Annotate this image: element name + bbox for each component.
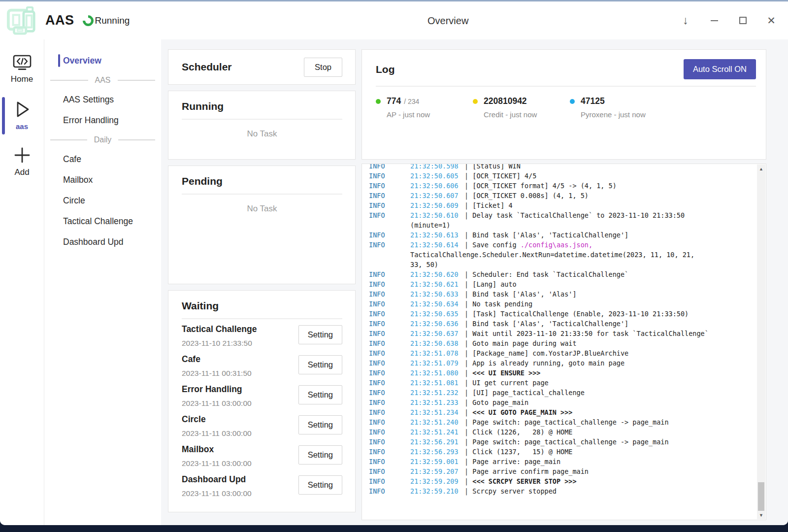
log-message: [OCR_TICKET format] 4/5 -> (4, 1, 5)	[472, 182, 617, 190]
log-message: Bind task ['Alas', 'Alas']	[472, 290, 576, 298]
log-line: INFO21:32:50.633| Bind task ['Alas', 'Al…	[369, 289, 751, 299]
nav-item-aas-settings[interactable]: AAS Settings	[44, 89, 161, 110]
divider	[182, 119, 342, 120]
log-message: <<< UI GOTO PAGE_MAIN >>>	[472, 408, 572, 416]
log-message: Save config	[472, 241, 521, 249]
nav-item-error-handling[interactable]: Error Handling	[44, 110, 161, 131]
code-monitor-icon	[12, 54, 32, 71]
log-line: INFO21:32:50.605| [OCR_TICKET] 4/5	[369, 171, 751, 181]
task-name: Tactical Challenge	[182, 324, 257, 334]
log-message: Click (1226, 28) @ HOME	[472, 428, 572, 436]
log-scrollbar[interactable]: ▲ ▼	[757, 165, 765, 519]
log-level: INFO	[369, 437, 410, 447]
log-separator: |	[464, 182, 472, 190]
log-message: Page switch: page_tactical_challenge -> …	[472, 438, 668, 446]
setting-button[interactable]: Setting	[298, 355, 342, 374]
nav-item-overview[interactable]: Overview	[44, 50, 161, 71]
log-timestamp: 21:32:50.605	[410, 171, 464, 181]
setting-button[interactable]: Setting	[298, 445, 342, 465]
scrollbar-thumb[interactable]	[758, 482, 764, 511]
log-message: [Lang] auto	[472, 280, 516, 288]
stat-label: AP - just now	[387, 110, 473, 119]
nav-item-label: AAS Settings	[63, 95, 114, 105]
log-message: <<< UI ENSURE >>>	[472, 369, 540, 377]
nav-section-aas: AAS	[44, 71, 161, 89]
log-line: INFO21:32:50.598| [Status] WIN	[369, 164, 751, 171]
log-level: INFO	[369, 338, 410, 348]
running-empty-text: No Task	[182, 129, 342, 139]
nav-item-circle[interactable]: Circle	[44, 190, 161, 211]
pending-title: Pending	[182, 175, 342, 187]
app-logo-icon	[6, 5, 37, 36]
log-line: INFO21:32:50.637| Wait until 2023-11-10 …	[369, 329, 751, 338]
nav-item-tactical-challenge[interactable]: Tactical Challenge	[44, 211, 161, 232]
log-level: INFO	[369, 368, 410, 378]
task-name: Mailbox	[182, 444, 252, 455]
rail-item-aas[interactable]: aas	[0, 96, 44, 135]
task-next-run: 2023-11-10 21:33:50	[182, 339, 257, 348]
log-message: [Ticket] 4	[472, 201, 512, 209]
rail-item-home[interactable]: Home	[0, 50, 44, 89]
auto-scroll-button[interactable]: Auto Scroll ON	[684, 59, 756, 79]
log-message: App is already running, goto main page	[472, 359, 624, 367]
rail-item-add[interactable]: Add	[0, 142, 44, 182]
log-message: Goto page_main	[472, 399, 528, 406]
log-level: INFO	[369, 417, 410, 427]
setting-button[interactable]: Setting	[298, 475, 342, 495]
log-timestamp: 21:32:50.606	[410, 181, 464, 191]
scroll-up-icon[interactable]: ▲	[757, 165, 765, 173]
log-timestamp: 21:32:59.207	[410, 466, 464, 476]
status-dot-icon	[473, 99, 478, 104]
titlebar: AAS Running Overview ↓ ✕	[0, 1, 788, 39]
log-line: INFO21:32:50.606| [OCR_TICKET format] 4/…	[369, 181, 751, 191]
waiting-task-row: Circle2023-11-11 03:00:00Setting	[182, 409, 342, 439]
pending-panel: Pending No Task	[168, 166, 356, 284]
page-title: Overview	[427, 15, 468, 26]
log-separator: |	[464, 192, 472, 200]
log-message: No task pending	[472, 300, 532, 308]
log-separator: |	[464, 172, 472, 180]
stop-button[interactable]: Stop	[304, 58, 342, 77]
log-timestamp: 21:32:59.209	[410, 476, 464, 486]
log-timestamp: 21:32:50.598	[410, 164, 464, 171]
nav-item-cafe[interactable]: Cafe	[44, 149, 161, 169]
log-message: Click (1237, 15) @ HOME	[472, 448, 572, 456]
log-message: <<< SCRCPY SERVER STOP >>>	[472, 477, 576, 485]
log-line: INFO21:32:56.291| Page switch: page_tact…	[369, 437, 751, 447]
log-line: INFO21:32:56.293| Click (1237, 15) @ HOM…	[369, 447, 751, 457]
log-separator: |	[464, 408, 472, 416]
active-indicator	[2, 97, 5, 134]
log-timestamp: 21:32:51.080	[410, 368, 464, 378]
log-level: INFO	[369, 466, 410, 476]
log-level: INFO	[369, 171, 410, 181]
log-timestamp: 21:32:50.607	[410, 191, 464, 200]
nav-item-dashboard-upd[interactable]: Dashboard Upd	[44, 232, 161, 252]
divider-line	[118, 80, 156, 81]
setting-button[interactable]: Setting	[298, 385, 342, 404]
stat-top: 774/ 234	[376, 96, 473, 106]
scroll-down-icon[interactable]: ▼	[757, 511, 765, 519]
window-controls: ↓ ✕	[680, 15, 777, 27]
setting-button[interactable]: Setting	[298, 325, 342, 344]
maximize-icon[interactable]	[737, 15, 749, 27]
log-level: INFO	[369, 378, 410, 388]
task-info: Circle2023-11-11 03:00:00	[182, 414, 252, 438]
log-timestamp: 21:32:50.614	[410, 240, 464, 250]
log-separator: |	[464, 448, 472, 456]
log-timestamp: 21:32:51.079	[410, 358, 464, 368]
log-separator: |	[464, 231, 472, 239]
nav-item-label: Circle	[63, 196, 85, 206]
log-separator: |	[464, 330, 472, 337]
close-icon[interactable]: ✕	[765, 15, 777, 27]
log-line: INFO21:32:50.638| Goto main page during …	[369, 338, 751, 348]
log-timestamp: 21:32:51.233	[410, 398, 464, 407]
stat-value: 774	[387, 96, 401, 106]
nav-item-mailbox[interactable]: Mailbox	[44, 169, 161, 190]
download-icon[interactable]: ↓	[680, 15, 691, 27]
nav-section-label: AAS	[95, 76, 111, 85]
minimize-icon[interactable]	[708, 15, 720, 27]
setting-button[interactable]: Setting	[298, 415, 342, 434]
task-info: Mailbox2023-11-11 03:00:00	[182, 444, 252, 468]
divider-line	[118, 139, 155, 140]
log-stat: 220810942Credit - just now	[473, 96, 570, 119]
